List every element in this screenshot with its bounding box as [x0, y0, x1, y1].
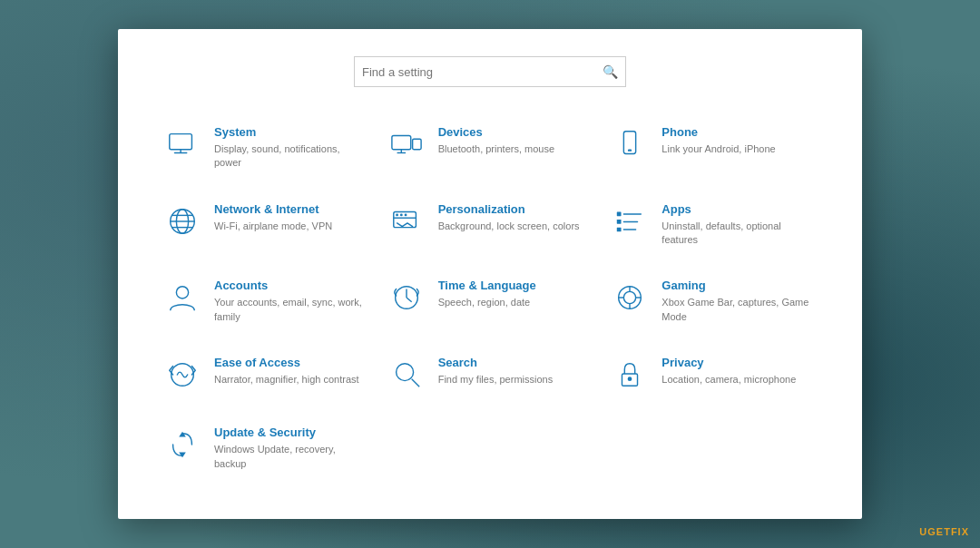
svg-point-17: [400, 213, 403, 216]
svg-point-16: [396, 213, 398, 216]
setting-item-personalization[interactable]: Personalization Background, lock screen,…: [378, 191, 603, 269]
setting-item-devices[interactable]: Devices Bluetooth, printers, mouse: [378, 114, 603, 191]
svg-rect-3: [392, 136, 411, 150]
setting-text-phone: Phone Link your Android, iPhone: [662, 125, 775, 156]
setting-text-privacy: Privacy Location, camera, microphone: [662, 356, 796, 387]
setting-item-accounts[interactable]: Accounts Your accounts, email, sync, wor…: [154, 268, 378, 345]
setting-title-devices: Devices: [438, 125, 554, 141]
setting-title-ease: Ease of Access: [214, 356, 359, 371]
setting-title-network: Network & Internet: [214, 202, 332, 218]
setting-subtitle-devices: Bluetooth, printers, mouse: [438, 142, 554, 156]
search-bar-container: 🔍: [154, 56, 826, 87]
setting-text-system: System Display, sound, notifications, po…: [214, 125, 364, 171]
network-icon: [163, 202, 201, 240]
settings-grid: System Display, sound, notifications, po…: [154, 114, 826, 492]
time-icon: [387, 279, 426, 317]
setting-title-search: Search: [438, 356, 554, 371]
setting-text-update: Update & Security Windows Update, recove…: [214, 426, 364, 471]
search-icon: 🔍: [603, 64, 618, 79]
devices-icon: [387, 125, 426, 163]
svg-point-39: [628, 377, 632, 382]
setting-title-personalization: Personalization: [438, 202, 580, 218]
ease-icon: [163, 356, 201, 394]
setting-subtitle-gaming: Xbox Game Bar, captures, Game Mode: [662, 296, 811, 324]
svg-rect-4: [412, 139, 420, 149]
search-icon: [387, 356, 426, 394]
setting-text-search: Search Find my files, permissions: [438, 356, 554, 387]
setting-title-gaming: Gaming: [662, 279, 811, 294]
setting-title-apps: Apps: [662, 202, 811, 218]
privacy-icon: [611, 356, 649, 394]
apps-icon: [611, 202, 649, 240]
setting-item-privacy[interactable]: Privacy Location, camera, microphone: [602, 345, 826, 415]
setting-subtitle-system: Display, sound, notifications, power: [214, 142, 364, 171]
setting-subtitle-personalization: Background, lock screen, colors: [438, 220, 580, 233]
setting-subtitle-privacy: Location, camera, microphone: [662, 373, 796, 387]
setting-item-network[interactable]: Network & Internet Wi-Fi, airplane mode,…: [154, 191, 378, 269]
setting-title-update: Update & Security: [214, 426, 364, 441]
setting-item-system[interactable]: System Display, sound, notifications, po…: [154, 114, 378, 191]
update-icon: [163, 426, 201, 464]
setting-item-apps[interactable]: Apps Uninstall, defaults, optional featu…: [602, 191, 826, 269]
setting-subtitle-time: Speech, region, date: [438, 296, 536, 309]
accounts-icon: [163, 279, 201, 317]
setting-item-search[interactable]: Search Find my files, permissions: [378, 345, 603, 415]
setting-item-time[interactable]: Time & Language Speech, region, date: [378, 268, 603, 345]
setting-text-apps: Apps Uninstall, defaults, optional featu…: [662, 202, 811, 248]
setting-text-accounts: Accounts Your accounts, email, sync, wor…: [214, 279, 364, 324]
settings-window: 🔍 System Display, sound, notifications, …: [118, 29, 862, 519]
system-icon: [163, 125, 201, 163]
watermark: UGETFIX: [919, 526, 969, 537]
svg-point-25: [176, 287, 188, 298]
svg-point-18: [404, 213, 407, 216]
setting-text-personalization: Personalization Background, lock screen,…: [438, 202, 580, 233]
setting-text-ease: Ease of Access Narrator, magnifier, high…: [214, 356, 359, 387]
svg-line-37: [411, 379, 419, 387]
setting-title-privacy: Privacy: [662, 356, 796, 371]
search-bar[interactable]: 🔍: [354, 56, 626, 87]
setting-item-gaming[interactable]: Gaming Xbox Game Bar, captures, Game Mod…: [602, 268, 826, 345]
setting-subtitle-apps: Uninstall, defaults, optional features: [662, 220, 811, 248]
setting-subtitle-search: Find my files, permissions: [438, 373, 554, 387]
setting-item-phone[interactable]: Phone Link your Android, iPhone: [602, 114, 826, 191]
svg-line-28: [407, 298, 412, 302]
phone-icon: [611, 125, 649, 163]
setting-item-update[interactable]: Update & Security Windows Update, recove…: [154, 415, 378, 492]
setting-title-phone: Phone: [662, 125, 775, 141]
setting-text-devices: Devices Bluetooth, printers, mouse: [438, 125, 554, 156]
svg-rect-21: [617, 220, 622, 224]
setting-subtitle-phone: Link your Android, iPhone: [662, 142, 775, 156]
svg-point-30: [624, 292, 636, 304]
setting-subtitle-ease: Narrator, magnifier, high contrast: [214, 373, 359, 387]
svg-point-36: [396, 364, 413, 381]
setting-subtitle-network: Wi-Fi, airplane mode, VPN: [214, 220, 332, 233]
setting-text-gaming: Gaming Xbox Game Bar, captures, Game Mod…: [662, 279, 811, 324]
setting-item-ease[interactable]: Ease of Access Narrator, magnifier, high…: [154, 345, 378, 415]
gaming-icon: [611, 279, 649, 317]
setting-subtitle-accounts: Your accounts, email, sync, work, family: [214, 296, 364, 324]
search-input[interactable]: [362, 65, 603, 79]
svg-rect-23: [617, 227, 622, 231]
setting-text-time: Time & Language Speech, region, date: [438, 279, 536, 309]
setting-title-time: Time & Language: [438, 279, 536, 294]
svg-rect-19: [617, 211, 622, 216]
svg-rect-0: [170, 134, 192, 150]
setting-text-network: Network & Internet Wi-Fi, airplane mode,…: [214, 202, 332, 233]
setting-title-accounts: Accounts: [214, 279, 364, 294]
setting-title-system: System: [214, 125, 364, 141]
setting-subtitle-update: Windows Update, recovery, backup: [214, 443, 364, 471]
personalization-icon: [387, 202, 426, 240]
